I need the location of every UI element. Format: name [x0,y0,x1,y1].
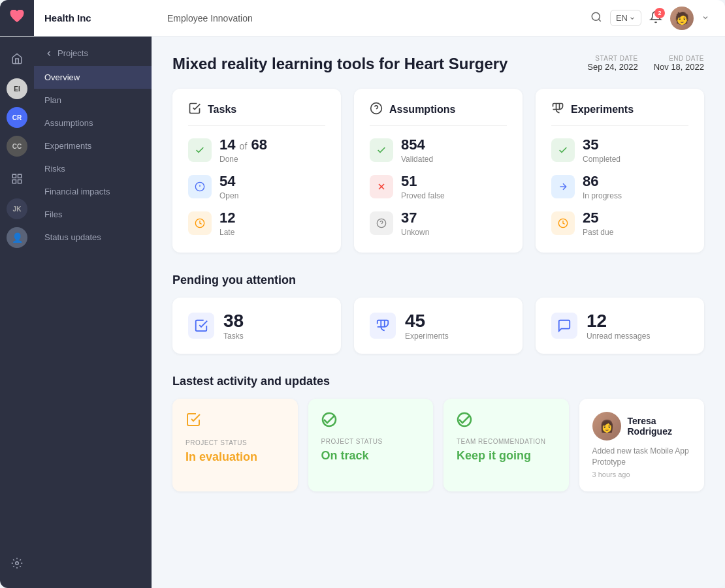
pending-messages-label: Unread messages [587,332,650,341]
activity-card-person: 👩 Teresa Rodriguez Added new task Mobile… [579,399,705,491]
pending-experiments-card[interactable]: 45 Experiments [354,298,523,354]
sidebar-item-risks[interactable]: Risks [34,157,152,180]
assumption-validated-item: 854 Validated [370,136,507,164]
tasks-card-title: Tasks [208,104,236,116]
sidebar-item-status[interactable]: Status updates [34,226,152,249]
sidebar-avatar-cr[interactable]: CR [7,107,27,128]
experiment-inprogress-item: 86 In progress [551,173,688,200]
svg-rect-0 [12,174,16,178]
task-done-label: Done [219,155,267,164]
notifications-button[interactable]: 2 [649,10,662,26]
end-date-label: END DATE [654,55,704,62]
activity-ontrack-icon [321,412,421,430]
experiment-pastdue-number: 25 [583,209,613,226]
experiment-completed-number: 35 [583,136,620,153]
experiment-pastdue-label: Past due [583,228,613,237]
assumptions-card: Assumptions 854 Validated [354,89,523,253]
activity-eval-status-label: PROJECT STATUS [185,439,285,446]
activity-ontrack-status-value: On track [321,449,421,463]
topbar-section: Employee Innovation [167,13,590,23]
activity-eval-status-value: In evaluation [185,450,285,464]
assumption-false-label: Proved false [401,191,445,200]
activity-section-title: Lastest activity and updates [172,375,704,388]
language-selector[interactable]: EN [610,10,641,26]
activity-keepgoing-icon [457,412,556,430]
pending-experiments-number: 45 [405,311,449,332]
brand-name: Health Inc [44,12,91,23]
sidebar-icon-house2[interactable] [5,167,29,191]
activity-keepgoing-status-label: TEAM RECOMMENDATION [457,438,556,445]
sidebar-item-plan[interactable]: Plan [34,89,152,112]
assumption-validated-label: Validated [401,155,433,164]
search-button[interactable] [590,11,602,25]
pending-tasks-number: 38 [223,311,244,332]
activity-keepgoing-status-value: Keep it going [457,449,556,463]
sidebar-item-experiments[interactable]: Experiments [34,134,152,157]
sidebar-avatar-jk[interactable]: JK [7,198,27,219]
pending-tasks-card[interactable]: 38 Tasks [172,298,341,354]
brand-logo [10,10,24,26]
experiment-inprogress-number: 86 [583,173,622,190]
task-late-item: 12 Late [188,209,325,237]
end-date-value: Nov 18, 2022 [654,62,704,72]
assumption-validated-number: 854 [401,136,433,153]
assumption-unknown-label: Unkown [401,228,429,237]
person-name: Teresa Rodriguez [628,416,692,437]
user-avatar[interactable]: 🧑 [670,7,694,30]
pending-messages-card[interactable]: 12 Unread messages [536,298,704,354]
notif-badge: 2 [654,8,665,18]
person-avatar: 👩 [592,412,621,441]
nav-back-button[interactable]: Projects [34,37,152,66]
sidebar-item-files[interactable]: Files [34,203,152,226]
task-late-label: Late [219,228,235,237]
assumption-unknown-item: 37 Unkown [370,209,507,237]
svg-rect-3 [18,180,22,183]
assumptions-card-title: Assumptions [389,104,455,116]
svg-point-4 [16,562,19,565]
svg-point-5 [592,12,600,20]
experiment-pastdue-item: 25 Past due [551,209,688,237]
sidebar-icon-settings[interactable] [5,551,29,575]
pending-tasks-label: Tasks [223,332,244,341]
experiment-completed-label: Completed [583,155,620,164]
task-done-number: 14 [219,136,235,153]
start-date-value: Sep 24, 2022 [587,62,637,72]
page-title: Mixed reality learning tools for Heart S… [172,55,508,73]
person-desc: Added new task Mobile App Prototype [592,446,692,468]
pending-messages-number: 12 [587,311,650,332]
pending-experiments-label: Experiments [405,332,449,341]
sidebar-avatar-ei[interactable]: EI [7,78,27,99]
activity-eval-icon [185,412,285,431]
sidebar-item-financial[interactable]: Financial impacts [34,180,152,203]
sidebar-icon-home[interactable] [5,47,29,70]
assumption-unknown-number: 37 [401,209,429,226]
assumption-false-number: 51 [401,173,445,190]
task-done-item: 14 of 68 Done [188,136,325,164]
sidebar-item-assumptions[interactable]: Assumptions [34,112,152,134]
user-dropdown-chevron[interactable] [701,12,709,24]
sidebar-avatar-user[interactable]: 👤 [7,227,27,248]
start-date-label: START DATE [587,55,637,62]
task-open-item: 54 Open [188,173,325,200]
experiments-card: Experiments 35 Completed [536,89,704,253]
svg-line-6 [598,19,600,21]
experiment-completed-item: 35 Completed [551,136,688,164]
experiments-card-title: Experiments [571,104,634,116]
experiments-card-icon [551,102,564,117]
tasks-card-icon [188,102,201,117]
pending-section-title: Pending you attention [172,273,704,287]
sidebar-avatar-cc[interactable]: CC [7,136,27,157]
activity-ontrack-status-label: PROJECT STATUS [321,438,421,445]
experiment-inprogress-label: In progress [583,191,622,200]
activity-card-ontrack: PROJECT STATUS On track [308,399,434,491]
tasks-card: Tasks 14 of 68 Done [172,89,341,253]
assumptions-card-icon [370,102,383,117]
activity-card-keepgoing: TEAM RECOMMENDATION Keep it going [443,399,569,491]
person-time: 3 hours ago [592,471,692,478]
svg-rect-1 [18,174,22,178]
task-open-number: 54 [219,173,238,190]
sidebar-item-overview[interactable]: Overview [34,66,152,89]
assumption-false-item: 51 Proved false [370,173,507,200]
activity-card-eval: PROJECT STATUS In evaluation [172,399,298,491]
task-open-label: Open [219,191,238,200]
